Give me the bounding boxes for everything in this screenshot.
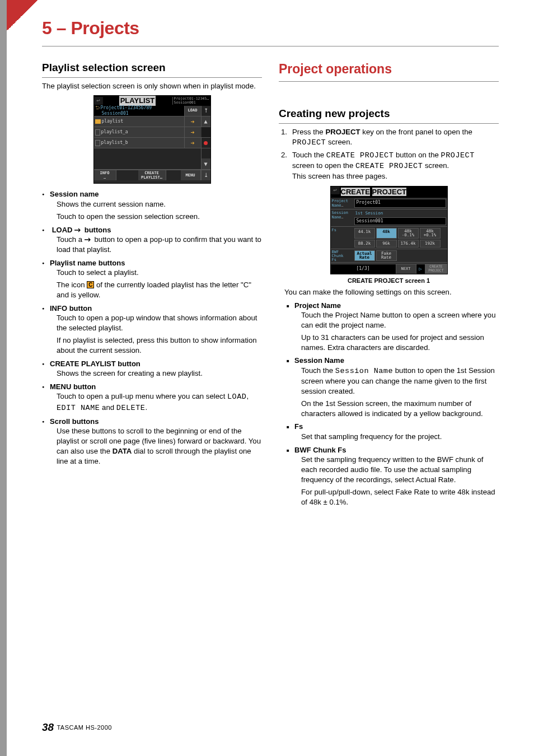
- chapter-title: 5 – Projects: [42, 18, 139, 39]
- item-text: Use these buttons to scroll to the begin…: [57, 426, 262, 466]
- subitem-heading: BWF Chunk Fs: [287, 445, 499, 455]
- subitem-heading: Project Name: [287, 301, 499, 311]
- scroll-track: [201, 127, 210, 137]
- subitem-text: Set the sampling frequency written to th…: [301, 455, 499, 484]
- left-rule: [42, 77, 262, 78]
- screenshot-title: PLAYLIST: [103, 96, 172, 106]
- bwf-option[interactable]: ActualRate: [354, 250, 375, 261]
- item-text: Touch to open a pop-up window that shows…: [57, 313, 262, 333]
- screenshot2-caption: CREATE PROJECT screen 1: [279, 277, 499, 285]
- next-button[interactable]: NEXT: [396, 264, 416, 274]
- fs-option[interactable]: 96k: [376, 240, 397, 248]
- scroll-top-icon[interactable]: ⤒: [201, 106, 210, 116]
- session-name-field[interactable]: Session001: [354, 217, 446, 226]
- subitem-text: Touch the Project Name button to open a …: [301, 310, 499, 330]
- create-playlist-button[interactable]: CREATE PLAYLIST…: [138, 170, 166, 180]
- playlist-item[interactable]: playlist: [94, 116, 184, 127]
- item-heading: Playlist name buttons: [42, 258, 262, 268]
- current-playlist-icon: [95, 119, 101, 124]
- bottom-gap: [116, 170, 138, 180]
- fs-option[interactable]: 176.4k: [398, 240, 419, 248]
- item-heading: Scroll buttons: [42, 417, 262, 427]
- subitem-text: For pull-up/pull-down, select Fake Rate …: [301, 487, 499, 507]
- create-project-screenshot: ↩ CREATE PROJECT ProjectName… Project01 …: [330, 186, 448, 274]
- menu-button[interactable]: MENU: [181, 170, 201, 180]
- sub-intro: You can make the following settings on t…: [284, 287, 499, 297]
- left-heading: Playlist selection screen: [42, 60, 262, 75]
- title-sub: Project01-12345… Session001: [172, 97, 210, 105]
- project-name-label: ProjectName…: [331, 198, 353, 209]
- right-title: Project operations: [279, 60, 499, 78]
- page-indicator: [1/3]: [331, 266, 396, 272]
- right-rule: [279, 123, 499, 124]
- fs-option[interactable]: 48k-0.1%: [398, 228, 419, 238]
- session-name-label: SessionName…: [331, 209, 353, 227]
- right-heading: Creating new projects: [279, 106, 499, 121]
- item-text: Shows the screen for creating a new play…: [57, 368, 262, 379]
- rec-indicator: [201, 138, 210, 148]
- playlist-icon: [95, 140, 100, 146]
- fs-option[interactable]: 192k: [420, 240, 441, 248]
- playlist-item[interactable]: playlist_b: [94, 138, 184, 148]
- load-arrow-button[interactable]: ➔: [184, 116, 201, 127]
- load-header: LOAD: [184, 106, 201, 116]
- corner-tab: [7, 0, 38, 31]
- item-text: The icon of the currently loaded playlis…: [57, 280, 262, 300]
- right-column: Project operations Creating new projects…: [279, 60, 499, 509]
- item-heading: MENU button: [42, 382, 262, 392]
- project-name-field[interactable]: Project01: [354, 199, 446, 208]
- step-1: 1. Press the PROJECT key on the front pa…: [281, 127, 499, 148]
- bwf-option[interactable]: FakeRate: [376, 250, 397, 261]
- subitem-heading: Fs: [287, 422, 499, 432]
- page-edge: [0, 0, 7, 756]
- right-rule-top: [279, 81, 499, 82]
- item-heading: Session name: [42, 189, 262, 199]
- scroll-track: [201, 148, 210, 158]
- page-footer: 38 TASCAM HS-2000: [42, 721, 112, 734]
- back-icon[interactable]: ↩: [331, 186, 340, 194]
- left-column: Playlist selection screen The playlist s…: [42, 60, 262, 509]
- step-2: 2. Touch the CREATE PROJECT button on th…: [281, 150, 499, 181]
- item-text: If no playlist is selected, press this b…: [57, 335, 262, 356]
- item-heading: CREATE PLAYLIST button: [42, 359, 262, 369]
- item-heading: INFO button: [42, 304, 262, 314]
- scroll-up-icon[interactable]: ▲: [201, 116, 210, 127]
- back-icon[interactable]: ↩: [94, 97, 103, 105]
- fs-option[interactable]: 88.2k: [354, 240, 375, 248]
- item-text: Touch to open the session selection scre…: [57, 212, 262, 222]
- current-playlist-c-icon: [87, 281, 94, 288]
- arrow-right-icon: [85, 237, 92, 242]
- scroll-down-icon[interactable]: ▼: [201, 158, 210, 169]
- playlist-screenshot: ↩ PLAYLIST Project01-12345… Session001 ⮌…: [93, 95, 211, 184]
- arrow-right-icon: [74, 228, 82, 232]
- item-text: Shows the current session name.: [57, 199, 262, 209]
- subitem-text: Touch the Session Name button to open th…: [301, 366, 499, 396]
- item-heading: LOAD buttons: [42, 225, 262, 235]
- item-text: Touch to open a pull-up menu where you c…: [57, 391, 262, 413]
- scroll-bottom-icon[interactable]: ⤓: [201, 170, 210, 180]
- subitem-text: Set that sampling frequency for the proj…: [301, 432, 499, 442]
- bottom-gap: [166, 170, 181, 180]
- rule-top: [42, 46, 499, 46]
- info-button[interactable]: INFO…: [94, 170, 116, 180]
- fs-label: Fs: [331, 227, 353, 249]
- playlist-icon: [95, 129, 100, 136]
- subitem-heading: Session Name: [287, 356, 499, 366]
- fs-option[interactable]: 48k: [376, 228, 397, 238]
- fs-option[interactable]: 48k+0.1%: [420, 228, 441, 238]
- subitem-text: Up to 31 characters can be used for proj…: [301, 333, 499, 353]
- playlist-item[interactable]: playlist_a: [94, 127, 184, 137]
- session-header-button[interactable]: ⮌Project01-123456789 Session001: [94, 106, 184, 116]
- load-arrow-button[interactable]: ➔: [184, 127, 201, 137]
- fs-option[interactable]: 44.1k: [354, 228, 375, 238]
- bwf-label: BWFChunkFs: [331, 249, 353, 262]
- item-text: Touch to select a playlist.: [57, 268, 262, 278]
- empty-area: [94, 148, 201, 169]
- screenshot2-title: CREATE PROJECT: [340, 186, 447, 198]
- left-intro: The playlist selection screen is only sh…: [42, 81, 262, 91]
- load-arrow-button[interactable]: ➔: [184, 138, 201, 148]
- first-session-label: 1st Session: [354, 211, 446, 217]
- next-arrow-icon[interactable]: ▷: [416, 264, 425, 274]
- subitem-text: On the 1st Session screen, the maximum n…: [301, 399, 499, 419]
- create-project-button[interactable]: CREATEPROJECT: [425, 264, 447, 274]
